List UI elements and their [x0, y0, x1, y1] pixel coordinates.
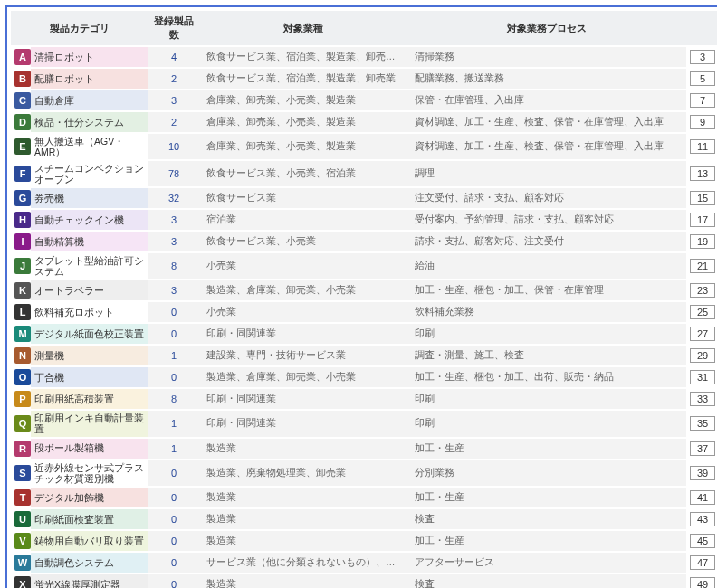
target-process: 資材調達、加工・生産、検査、保管・在庫管理、入出庫	[407, 111, 686, 133]
table-row: Q印刷用インキ自動計量装置1印刷・同関連業印刷35	[11, 410, 717, 437]
category-name: 自動精算機	[31, 231, 148, 252]
row-letter-cell: V	[11, 530, 31, 552]
target-industry: 製造業、倉庫業、卸売業、小売業	[199, 366, 407, 388]
registered-count: 2	[148, 68, 199, 90]
header-count: 登録製品数	[148, 11, 199, 46]
target-process: 受付案内、予約管理、請求・支払、顧客対応	[407, 209, 686, 231]
row-letter-cell: F	[11, 160, 31, 187]
target-industry: 飲食サービス業、小売業	[199, 231, 407, 252]
target-industry: 宿泊業	[199, 209, 407, 231]
table-row: Kオートラベラー3製造業、倉庫業、卸売業、小売業加工・生産、梱包・加工、保管・在…	[11, 280, 717, 301]
page-ref: 29	[690, 348, 715, 363]
row-letter-cell: S	[11, 460, 31, 487]
row-letter-cell: U	[11, 508, 31, 530]
page-ref-cell: 5	[686, 68, 717, 90]
table-row: R段ボール製箱機1製造業加工・生産37	[11, 438, 717, 460]
page-ref-cell: 21	[686, 252, 717, 280]
page-ref-cell: 15	[686, 187, 717, 209]
page-ref: 31	[690, 370, 715, 384]
table-row: V鋳物用自動バリ取り装置0製造業加工・生産45	[11, 530, 717, 552]
page-ref-cell: 13	[686, 160, 717, 187]
category-name: 測量機	[31, 345, 148, 366]
registered-count: 3	[148, 209, 199, 231]
row-letter-cell: D	[11, 111, 31, 133]
target-industry: 製造業、倉庫業、卸売業、小売業	[199, 280, 407, 301]
table-row: P印刷用紙高積装置8印刷・同関連業印刷33	[11, 388, 717, 410]
target-process: 加工・生産	[407, 438, 686, 460]
category-name: タブレット型給油許可システム	[31, 252, 148, 280]
category-name: 段ボール製箱機	[31, 438, 148, 460]
category-name: 配膳ロボット	[31, 68, 148, 90]
header-num	[686, 11, 717, 46]
target-process: 加工・生産	[407, 487, 686, 508]
page-ref: 23	[690, 283, 715, 298]
target-process: 調査・測量、施工、検査	[407, 345, 686, 366]
table-row: W自動調色システム0サービス業（他に分類されないもの）、小売業アフターサービス4…	[11, 552, 717, 574]
letter-badge: U	[14, 511, 31, 527]
letter-badge: R	[14, 441, 31, 457]
registered-count: 0	[148, 301, 199, 323]
category-name: 印刷紙面検査装置	[31, 508, 148, 530]
target-industry: 小売業	[199, 252, 407, 280]
table-row: Jタブレット型給油許可システム8小売業給油21	[11, 252, 717, 280]
target-process: 飲料補充業務	[407, 301, 686, 323]
letter-badge: A	[14, 49, 31, 65]
category-name: 飲料補充ロボット	[31, 301, 148, 323]
letter-badge: W	[14, 555, 31, 571]
letter-badge: O	[14, 369, 31, 385]
target-industry: 飲食サービス業	[199, 187, 407, 209]
target-industry: 倉庫業、卸売業、小売業、製造業	[199, 111, 407, 133]
table-row: B配膳ロボット2飲食サービス業、宿泊業、製造業、卸売業配膳業務、搬送業務5	[11, 68, 717, 90]
page-ref: 17	[690, 213, 715, 227]
target-process: 検査	[407, 574, 686, 588]
registered-count: 4	[148, 46, 199, 68]
page-ref: 47	[690, 555, 715, 570]
registered-count: 3	[148, 231, 199, 252]
row-letter-cell: R	[11, 438, 31, 460]
row-letter-cell: G	[11, 187, 31, 209]
registered-count: 1	[148, 438, 199, 460]
row-letter-cell: H	[11, 209, 31, 231]
letter-badge: D	[14, 114, 31, 130]
category-name: 印刷用紙高積装置	[31, 388, 148, 410]
table-row: L飲料補充ロボット0小売業飲料補充業務25	[11, 301, 717, 323]
table-row: O丁合機0製造業、倉庫業、卸売業、小売業加工・生産、梱包・加工、出荷、販売・納品…	[11, 366, 717, 388]
registered-count: 78	[148, 160, 199, 187]
page-ref-cell: 9	[686, 111, 717, 133]
table-row: U印刷紙面検査装置0製造業検査43	[11, 508, 717, 530]
category-name: 検品・仕分システム	[31, 111, 148, 133]
page-ref: 7	[690, 93, 715, 108]
target-industry: 飲食サービス業、小売業、宿泊業	[199, 160, 407, 187]
target-industry: 印刷・同関連業	[199, 323, 407, 345]
page-ref-cell: 31	[686, 366, 717, 388]
target-process: 加工・生産、梱包・加工、保管・在庫管理	[407, 280, 686, 301]
target-process: 分別業務	[407, 460, 686, 487]
page-ref: 37	[690, 441, 715, 456]
category-name: 自動倉庫	[31, 90, 148, 111]
target-industry: 小売業	[199, 301, 407, 323]
row-letter-cell: B	[11, 68, 31, 90]
category-name: 無人搬送車（AGV・AMR）	[31, 133, 148, 160]
target-industry: 建設業、専門・技術サービス業	[199, 345, 407, 366]
target-process: 印刷	[407, 323, 686, 345]
row-letter-cell: E	[11, 133, 31, 160]
header-category: 製品カテゴリ	[11, 11, 148, 46]
page-ref: 27	[690, 327, 715, 341]
page-ref-cell: 3	[686, 46, 717, 68]
category-name: 鋳物用自動バリ取り装置	[31, 530, 148, 552]
letter-badge: I	[14, 233, 31, 250]
page-ref-cell: 39	[686, 460, 717, 487]
registered-count: 3	[148, 90, 199, 111]
table-row: C自動倉庫3倉庫業、卸売業、小売業、製造業保管・在庫管理、入出庫7	[11, 90, 717, 111]
row-letter-cell: K	[11, 280, 31, 301]
target-process: アフターサービス	[407, 552, 686, 574]
header-industry: 対象業種	[199, 11, 407, 46]
table-row: D検品・仕分システム2倉庫業、卸売業、小売業、製造業資材調達、加工・生産、検査、…	[11, 111, 717, 133]
page-ref: 15	[690, 191, 715, 205]
target-industry: 製造業	[199, 508, 407, 530]
table-row: S近赤外線センサ式プラスチック材質選別機0製造業、廃棄物処理業、卸売業分別業務3…	[11, 460, 717, 487]
row-letter-cell: A	[11, 46, 31, 68]
page-ref: 13	[690, 166, 715, 181]
letter-badge: B	[14, 71, 31, 87]
registered-count: 2	[148, 111, 199, 133]
